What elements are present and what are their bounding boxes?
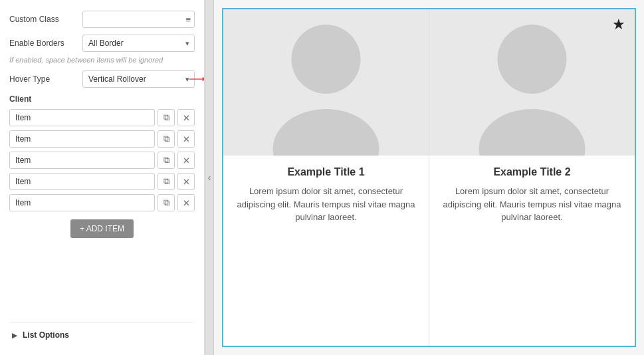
copy-button-3[interactable]: ⧉ bbox=[158, 152, 175, 169]
delete-button-5[interactable]: ✕ bbox=[177, 194, 195, 211]
cards-container: Example Title 1 Lorem ipsum dolor sit am… bbox=[222, 8, 636, 347]
add-item-button[interactable]: + ADD ITEM bbox=[70, 219, 134, 238]
enable-borders-select-wrapper: All BorderTop BorderBottom BorderNo Bord… bbox=[82, 35, 195, 52]
item-input-3[interactable] bbox=[9, 152, 155, 169]
collapse-handle[interactable] bbox=[205, 0, 214, 355]
right-content: Example Title 1 Lorem ipsum dolor sit am… bbox=[214, 0, 644, 355]
custom-class-label: Custom Class bbox=[9, 15, 82, 24]
custom-class-icon[interactable]: ≡ bbox=[185, 15, 191, 25]
card-1-text: Lorem ipsum dolor sit amet, consectetur … bbox=[223, 185, 429, 224]
custom-class-input[interactable] bbox=[82, 11, 195, 28]
star-icon[interactable]: ★ bbox=[612, 16, 625, 33]
svg-point-3 bbox=[292, 25, 361, 94]
delete-button-2[interactable]: ✕ bbox=[177, 130, 195, 148]
copy-button-1[interactable]: ⧉ bbox=[158, 109, 175, 126]
item-input-1[interactable] bbox=[9, 109, 155, 126]
delete-button-3[interactable]: ✕ bbox=[177, 152, 195, 169]
hover-type-row: Hover Type Vertical RolloverHorizontal R… bbox=[9, 70, 195, 88]
item-input-5[interactable] bbox=[9, 194, 155, 211]
card-2-avatar: ★ bbox=[429, 9, 635, 156]
item-row: ⧉ ✕ bbox=[9, 173, 195, 190]
copy-button-5[interactable]: ⧉ bbox=[158, 194, 175, 211]
person-silhouette-1 bbox=[223, 9, 429, 156]
svg-point-6 bbox=[498, 25, 567, 94]
item-input-4[interactable] bbox=[9, 173, 155, 190]
person-silhouette-2 bbox=[429, 9, 635, 156]
enable-borders-label: Enable Borders bbox=[9, 39, 82, 48]
enable-borders-select[interactable]: All BorderTop BorderBottom BorderNo Bord… bbox=[82, 35, 195, 52]
item-input-2[interactable] bbox=[9, 130, 155, 148]
item-row: ⧉ ✕ bbox=[9, 194, 195, 211]
list-options-row[interactable]: ▶ List Options bbox=[9, 322, 195, 344]
card-2: ★ Example Title 2 Lorem ipsum dolor sit … bbox=[429, 9, 635, 346]
left-panel: Custom Class ≡ Enable Borders All Border… bbox=[0, 0, 205, 355]
custom-class-row: Custom Class ≡ bbox=[9, 11, 195, 28]
card-1: Example Title 1 Lorem ipsum dolor sit am… bbox=[223, 9, 429, 346]
card-1-title: Example Title 1 bbox=[276, 166, 375, 178]
enable-borders-row: Enable Borders All BorderTop BorderBotto… bbox=[9, 35, 195, 52]
card-2-text: Lorem ipsum dolor sit amet, consectetur … bbox=[429, 185, 635, 224]
delete-button-4[interactable]: ✕ bbox=[177, 173, 195, 190]
custom-class-input-wrapper: ≡ bbox=[82, 11, 195, 28]
card-1-avatar bbox=[223, 9, 429, 156]
add-item-label: + ADD ITEM bbox=[80, 224, 124, 233]
item-row: ⧉ ✕ bbox=[9, 109, 195, 126]
hover-type-select[interactable]: Vertical RolloverHorizontal RolloverFade… bbox=[82, 70, 195, 88]
hover-type-select-wrapper: Vertical RolloverHorizontal RolloverFade… bbox=[82, 70, 195, 88]
card-2-title: Example Title 2 bbox=[483, 166, 581, 178]
red-arrow-icon bbox=[189, 74, 205, 84]
preview-area: Example Title 1 Lorem ipsum dolor sit am… bbox=[214, 0, 644, 355]
copy-button-2[interactable]: ⧉ bbox=[158, 130, 175, 148]
borders-hint: If enabled, space between items will be … bbox=[9, 56, 195, 64]
list-options-chevron: ▶ bbox=[9, 330, 20, 340]
item-row: ⧉ ✕ bbox=[9, 130, 195, 148]
hover-type-label: Hover Type bbox=[9, 74, 82, 84]
item-row: ⧉ ✕ bbox=[9, 152, 195, 169]
client-label: Client bbox=[9, 94, 195, 104]
copy-button-4[interactable]: ⧉ bbox=[158, 173, 175, 190]
arrow-indicator bbox=[189, 74, 205, 84]
delete-button-1[interactable]: ✕ bbox=[177, 109, 195, 126]
items-list: ⧉ ✕ ⧉ ✕ ⧉ ✕ ⧉ ✕ ⧉ ✕ bbox=[9, 109, 195, 215]
list-options-label: List Options bbox=[23, 330, 69, 340]
